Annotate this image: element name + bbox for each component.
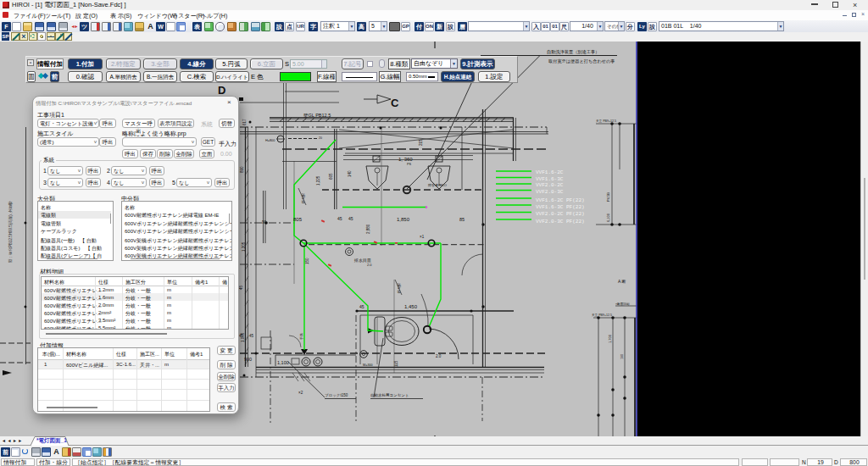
svg-text:VVF2.0-2C: VVF2.0-2C bbox=[536, 182, 564, 188]
svg-text:900: 900 bbox=[244, 357, 252, 362]
svg-text:215: 215 bbox=[419, 139, 423, 146]
svg-text:障害者用KO: 障害者用KO bbox=[428, 183, 447, 187]
svg-text:A 断: A 断 bbox=[618, 279, 626, 284]
svg-text:自動水栓用コンセント: 自動水栓用コンセント bbox=[370, 393, 409, 397]
svg-text:×2: ×2 bbox=[298, 391, 303, 395]
svg-text:90: 90 bbox=[262, 220, 267, 225]
svg-text:M=300: M=300 bbox=[363, 363, 373, 367]
svg-text:床勾配: 床勾配 bbox=[301, 193, 306, 203]
svg-text:D: D bbox=[218, 84, 225, 97]
svg-text:VVF1.6-3C PF(22): VVF1.6-3C PF(22) bbox=[536, 204, 585, 210]
svg-text:自動洗浄装置（別途工事）: 自動洗浄装置（別途工事） bbox=[547, 49, 599, 55]
svg-text:VVF2.0-3C: VVF2.0-3C bbox=[536, 189, 564, 195]
svg-text:665: 665 bbox=[329, 173, 333, 180]
svg-text:150: 150 bbox=[305, 258, 309, 264]
svg-text:C: C bbox=[391, 97, 399, 109]
svg-text:85: 85 bbox=[459, 217, 465, 222]
svg-text:20: 20 bbox=[319, 136, 322, 140]
svg-text:VVF2.0-3C PF(22): VVF2.0-3C PF(22) bbox=[536, 219, 585, 225]
svg-text:床勾配: 床勾配 bbox=[397, 283, 402, 293]
svg-text:2.0: 2.0 bbox=[367, 263, 372, 267]
svg-text:1, 360: 1, 360 bbox=[398, 157, 413, 162]
svg-text:VVF1.6-3C: VVF1.6-3C bbox=[536, 176, 564, 182]
svg-text:2,880: 2,880 bbox=[366, 224, 370, 234]
svg-text:VVF1.6-2C PF(22): VVF1.6-2C PF(22) bbox=[536, 197, 585, 203]
svg-text:1,205: 1,205 bbox=[242, 241, 246, 252]
svg-text:45: 45 bbox=[337, 216, 342, 221]
svg-text:天立 PB9+12.5: 天立 PB9+12.5 bbox=[592, 313, 612, 317]
svg-text:805: 805 bbox=[293, 217, 303, 222]
svg-text:115: 115 bbox=[394, 360, 398, 367]
svg-text:VVF1.6-2C: VVF1.6-2C bbox=[536, 169, 564, 175]
svg-text:45: 45 bbox=[348, 216, 353, 221]
svg-text:天立 PB9+12.5: 天立 PB9+12.5 bbox=[596, 119, 616, 123]
svg-text:2.0: 2.0 bbox=[436, 354, 442, 358]
svg-text:140: 140 bbox=[348, 170, 352, 177]
svg-text:45: 45 bbox=[249, 334, 254, 338]
svg-text:ブロックt150: ブロックt150 bbox=[325, 393, 348, 397]
svg-text:1,100: 1,100 bbox=[277, 360, 289, 365]
svg-text:1,850: 1,850 bbox=[397, 217, 410, 222]
svg-text:×1: ×1 bbox=[420, 235, 425, 239]
svg-text:1,700: 1,700 bbox=[608, 334, 612, 343]
svg-text:6,100: 6,100 bbox=[606, 213, 610, 222]
svg-text:1,075: 1,075 bbox=[241, 332, 245, 342]
svg-text:P4.5B: P4.5B bbox=[606, 192, 610, 202]
svg-text:190: 190 bbox=[620, 354, 624, 359]
svg-text:VVF2.0-2C PF(22): VVF2.0-2C PF(22) bbox=[536, 211, 585, 217]
svg-text:1,450: 1,450 bbox=[404, 304, 418, 309]
svg-text:45: 45 bbox=[359, 304, 364, 309]
svg-text:×断面詳細: ×断面詳細 bbox=[615, 302, 630, 306]
svg-text:壁GL PB12.5: 壁GL PB12.5 bbox=[303, 113, 331, 118]
svg-text:H=800: H=800 bbox=[265, 139, 275, 142]
svg-text:1,225: 1,225 bbox=[316, 175, 320, 186]
svg-text:手洗: 手洗 bbox=[299, 333, 303, 341]
svg-text:取付寛※は便器と打ち合わせの事: 取付寛※は便器と打ち合わせの事 bbox=[548, 58, 615, 64]
svg-text:890: 890 bbox=[240, 166, 244, 173]
svg-text:壁：強化PB12.5H99.5(両面)､外如胎: 壁：強化PB12.5H99.5(両面)､外如胎 bbox=[8, 201, 13, 263]
svg-text:45: 45 bbox=[239, 285, 243, 290]
svg-text:617: 617 bbox=[242, 119, 247, 125]
svg-text:PS: PS bbox=[407, 163, 412, 166]
